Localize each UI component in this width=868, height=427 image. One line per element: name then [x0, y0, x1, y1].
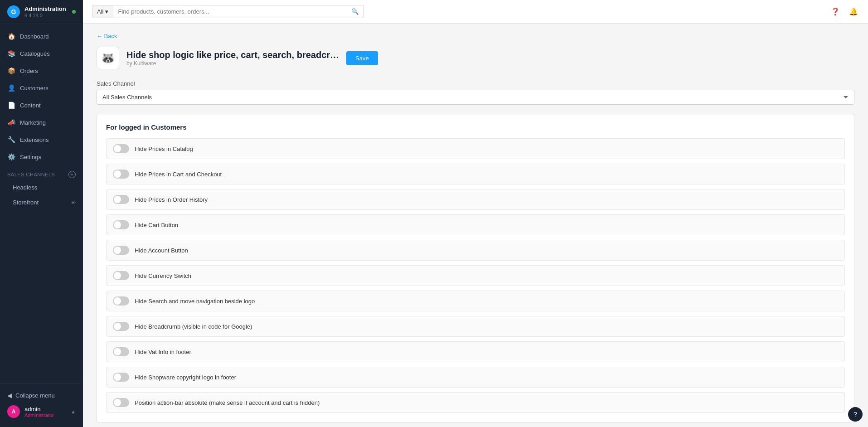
dashboard-icon: 🏠: [7, 32, 15, 40]
plugin-emoji: 🦝: [101, 51, 115, 65]
toggle-label-hide-search-navigation: Hide Search and move navigation beside l…: [135, 298, 255, 305]
sales-channel-label: Sales Channel: [97, 80, 854, 87]
toggle-label-hide-vat-info: Hide Vat Info in footer: [135, 349, 191, 355]
sidebar: G Administration 6.4.18.0 🏠 Dashboard 📚 …: [0, 0, 83, 427]
toggle-label-hide-prices-catalog: Hide Prices in Catalog: [135, 146, 193, 152]
help-icon[interactable]: ❓: [830, 6, 841, 17]
main-nav: 🏠 Dashboard 📚 Catalogues 📦 Orders 👤 Cust…: [0, 24, 83, 383]
content-icon: 📄: [7, 101, 15, 109]
topbar-actions: ❓ 🔔: [830, 6, 859, 17]
sidebar-item-label: Settings: [20, 154, 41, 160]
section-title: For logged in Customers: [106, 123, 845, 131]
topbar: All ▾ 🔍 ❓ 🔔: [83, 0, 868, 24]
status-indicator: [72, 10, 76, 14]
user-menu-chevron[interactable]: ▲: [71, 409, 76, 414]
toggle-hide-prices-catalog[interactable]: [113, 144, 129, 153]
notifications-icon[interactable]: 🔔: [848, 6, 859, 17]
toggle-label-hide-prices-order-history: Hide Prices in Order History: [135, 196, 208, 203]
toggle-hide-prices-cart[interactable]: [113, 170, 129, 179]
search-filter-dropdown[interactable]: All ▾: [92, 5, 113, 18]
sidebar-item-label: Dashboard: [20, 33, 49, 40]
toggle-hide-currency-switch[interactable]: [113, 271, 129, 280]
sidebar-item-label: Extensions: [20, 136, 49, 143]
toggle-hide-prices-order-history[interactable]: [113, 195, 129, 204]
plugin-by: by Kultiware: [126, 60, 339, 67]
plugin-title: Hide shop logic like price, cart, search…: [126, 50, 339, 60]
app-name: Administration: [24, 5, 66, 13]
customers-icon: 👤: [7, 84, 15, 92]
sidebar-item-extensions[interactable]: 🔧 Extensions: [0, 131, 83, 148]
sidebar-item-settings[interactable]: ⚙️ Settings: [0, 148, 83, 165]
chevron-down-icon: ▾: [105, 8, 108, 15]
sidebar-item-dashboard[interactable]: 🏠 Dashboard: [0, 28, 83, 45]
toggle-row-hide-prices-catalog: Hide Prices in Catalog: [106, 138, 845, 159]
toggles-container: Hide Prices in CatalogHide Prices in Car…: [106, 138, 845, 413]
toggle-row-hide-account-button: Hide Account Button: [106, 240, 845, 261]
sidebar-item-label: Catalogues: [20, 50, 50, 57]
search-filter-label: All: [97, 8, 103, 15]
sidebar-item-orders[interactable]: 📦 Orders: [0, 62, 83, 79]
toggle-position-action-bar[interactable]: [113, 398, 129, 407]
sidebar-item-label: Orders: [20, 68, 38, 74]
toggle-hide-shopware-logo[interactable]: [113, 373, 129, 382]
collapse-menu-button[interactable]: ◀ Collapse menu: [7, 389, 76, 402]
sales-channels-section: Sales Channels +: [0, 165, 83, 180]
add-sales-channel-button[interactable]: +: [68, 171, 76, 178]
sidebar-item-label: Content: [20, 102, 41, 109]
main-content: All ▾ 🔍 ❓ 🔔 ← Back 🦝 Hide shop logic lik…: [83, 0, 868, 427]
catalogues-icon: 📚: [7, 49, 15, 58]
toggle-row-hide-shopware-logo: Hide Shopware copyright logo in footer: [106, 367, 845, 388]
collapse-label: Collapse menu: [15, 392, 55, 399]
user-role: Administrator: [24, 412, 66, 418]
plugin-header: 🦝 Hide shop logic like price, cart, sear…: [97, 47, 854, 69]
sidebar-item-customers[interactable]: 👤 Customers: [0, 79, 83, 97]
sidebar-item-content[interactable]: 📄 Content: [0, 97, 83, 114]
save-button[interactable]: Save: [346, 51, 378, 65]
toggle-row-hide-currency-switch: Hide Currency Switch: [106, 265, 845, 286]
toggle-label-hide-prices-cart: Hide Prices in Cart and Checkout: [135, 171, 222, 178]
sidebar-item-marketing[interactable]: 📣 Marketing: [0, 114, 83, 131]
sidebar-item-storefront[interactable]: Storefront 👁: [0, 195, 83, 210]
sidebar-item-headless[interactable]: Headless: [0, 180, 83, 195]
toggle-hide-breadcrumb[interactable]: [113, 322, 129, 331]
support-icon[interactable]: ?: [848, 407, 863, 422]
toggle-label-hide-breadcrumb: Hide Breadcrumb (visible in code for Goo…: [135, 323, 252, 330]
toggle-label-hide-shopware-logo: Hide Shopware copyright logo in footer: [135, 374, 236, 381]
toggle-row-position-action-bar: Position action-bar absolute (make sense…: [106, 392, 845, 413]
toggle-hide-account-button[interactable]: [113, 246, 129, 255]
search-bar: All ▾ 🔍: [92, 5, 364, 18]
search-button[interactable]: 🔍: [347, 5, 364, 18]
back-link[interactable]: ← Back: [97, 33, 854, 39]
app-version: 6.4.18.0: [24, 13, 66, 18]
sales-channel-select[interactable]: All Sales Channels: [97, 90, 854, 105]
collapse-icon: ◀: [7, 392, 12, 399]
page-content: ← Back 🦝 Hide shop logic like price, car…: [83, 24, 868, 427]
toggle-row-hide-breadcrumb: Hide Breadcrumb (visible in code for Goo…: [106, 316, 845, 337]
toggle-hide-cart-button[interactable]: [113, 220, 129, 229]
orders-icon: 📦: [7, 67, 15, 75]
toggle-row-hide-search-navigation: Hide Search and move navigation beside l…: [106, 291, 845, 311]
toggle-row-hide-prices-cart: Hide Prices in Cart and Checkout: [106, 164, 845, 184]
section-card: For logged in Customers Hide Prices in C…: [97, 114, 854, 422]
plugin-logo: 🦝: [97, 47, 119, 69]
avatar: A: [7, 405, 20, 418]
sidebar-footer: ◀ Collapse menu A admin Administrator ▲: [0, 383, 83, 427]
toggle-hide-search-navigation[interactable]: [113, 296, 129, 306]
toggle-hide-vat-info[interactable]: [113, 347, 129, 356]
settings-icon: ⚙️: [7, 153, 15, 161]
toggle-label-hide-currency-switch: Hide Currency Switch: [135, 272, 191, 279]
toggle-label-position-action-bar: Position action-bar absolute (make sense…: [135, 399, 320, 406]
toggle-label-hide-cart-button: Hide Cart Button: [135, 222, 178, 228]
toggle-label-hide-account-button: Hide Account Button: [135, 247, 188, 254]
user-info: A admin Administrator ▲: [7, 402, 76, 422]
sidebar-item-label: Customers: [20, 85, 48, 92]
extensions-icon: 🔧: [7, 136, 15, 144]
toggle-row-hide-vat-info: Hide Vat Info in footer: [106, 341, 845, 362]
username: admin: [24, 406, 66, 412]
app-logo: G: [7, 5, 20, 18]
toggle-row-hide-cart-button: Hide Cart Button: [106, 214, 845, 235]
sidebar-header: G Administration 6.4.18.0: [0, 0, 83, 24]
sidebar-item-catalogues[interactable]: 📚 Catalogues: [0, 45, 83, 62]
marketing-icon: 📣: [7, 118, 15, 126]
search-input[interactable]: [113, 5, 347, 18]
